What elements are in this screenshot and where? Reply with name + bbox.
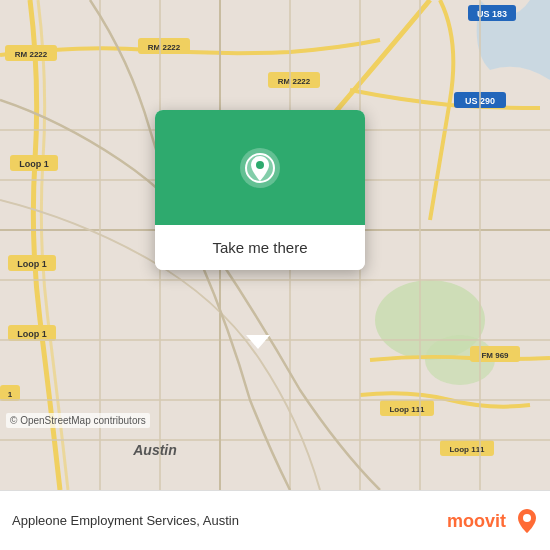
svg-text:RM 2222: RM 2222 bbox=[15, 50, 48, 59]
location-label: Appleone Employment Services, Austin bbox=[12, 513, 437, 528]
popup-card: Take me there bbox=[155, 110, 365, 270]
popup-green-area bbox=[155, 110, 365, 225]
location-pin-icon bbox=[238, 146, 282, 190]
moovit-pin-icon bbox=[516, 507, 538, 535]
svg-text:1: 1 bbox=[8, 390, 13, 399]
svg-text:Austin: Austin bbox=[132, 442, 177, 458]
copyright-text: © OpenStreetMap contributors bbox=[6, 413, 150, 428]
svg-point-46 bbox=[523, 514, 531, 522]
svg-text:Loop 1: Loop 1 bbox=[17, 329, 47, 339]
bottom-bar: Appleone Employment Services, Austin moo… bbox=[0, 490, 550, 550]
take-me-there-button[interactable]: Take me there bbox=[155, 225, 365, 270]
popup-triangle bbox=[246, 335, 270, 349]
svg-text:US 183: US 183 bbox=[477, 9, 507, 19]
svg-text:Loop 1: Loop 1 bbox=[19, 159, 49, 169]
svg-text:moovit: moovit bbox=[447, 511, 506, 531]
svg-point-44 bbox=[256, 161, 264, 169]
moovit-logo-svg: moovit bbox=[447, 507, 512, 535]
svg-text:Loop 1: Loop 1 bbox=[17, 259, 47, 269]
svg-text:FM 969: FM 969 bbox=[481, 351, 509, 360]
svg-text:RM 2222: RM 2222 bbox=[148, 43, 181, 52]
moovit-logo: moovit bbox=[447, 507, 538, 535]
map-container: Loop 1 Loop 1 Loop 1 1 RM 2222 RM 2222 R… bbox=[0, 0, 550, 490]
svg-text:RM 2222: RM 2222 bbox=[278, 77, 311, 86]
